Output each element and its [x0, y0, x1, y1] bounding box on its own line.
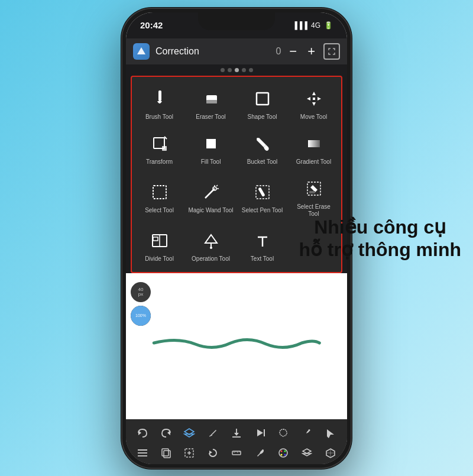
tool-move[interactable]: Move Tool: [289, 82, 339, 125]
svg-rect-29: [153, 237, 158, 241]
tool-gradient[interactable]: Gradient Tool: [289, 127, 339, 170]
rotate-button[interactable]: [203, 445, 222, 461]
shape-icon: [251, 88, 274, 110]
bottom-bar: [126, 419, 347, 464]
expand-button[interactable]: [323, 43, 340, 60]
operation-label: Operation Tool: [192, 255, 230, 263]
eraser-label: Eraser Tool: [196, 114, 225, 121]
text-icon: [251, 229, 274, 252]
tool-brush[interactable]: Brush Tool: [134, 82, 184, 125]
svg-rect-9: [313, 98, 315, 100]
select-pen-icon: [251, 181, 274, 203]
svg-marker-7: [307, 97, 310, 101]
svg-marker-67: [303, 454, 311, 456]
svg-marker-43: [257, 429, 263, 436]
svg-point-45: [309, 429, 310, 431]
svg-rect-26: [309, 191, 315, 193]
svg-rect-23: [258, 187, 265, 196]
ruler-button[interactable]: [227, 445, 246, 461]
select-all-button[interactable]: [180, 445, 199, 461]
opacity-button[interactable]: 100%: [131, 306, 151, 326]
palette-button[interactable]: [274, 445, 293, 461]
layer-active-button[interactable]: [180, 425, 199, 441]
gradient-icon: [303, 132, 325, 155]
svg-marker-30: [205, 235, 217, 243]
svg-marker-41: [234, 433, 239, 436]
right-text-line1: Nhiều công cụ: [299, 215, 461, 238]
status-bar: 20:42 ▐▐▐ 4G 🔋: [126, 12, 347, 38]
svg-point-62: [281, 450, 283, 452]
tool-eraser[interactable]: Eraser Tool: [186, 82, 236, 125]
brush-label: Brush Tool: [145, 114, 173, 121]
svg-point-60: [262, 449, 264, 451]
operation-icon: [200, 229, 222, 252]
dot-5: [249, 68, 253, 72]
svg-rect-50: [162, 449, 169, 456]
tool-divide[interactable]: Divide Tool: [134, 224, 184, 267]
svg-marker-36: [167, 430, 170, 435]
text-label: Text Tool: [251, 255, 274, 263]
status-time: 20:42: [140, 20, 163, 30]
svg-rect-16: [153, 186, 166, 199]
pen-button[interactable]: [203, 425, 222, 441]
dot-4: [242, 68, 246, 72]
right-text: Nhiều công cụ hỗ trợ thông minh: [299, 215, 461, 261]
select-pen-label: Select Pen Tool: [242, 207, 283, 214]
svg-marker-6: [312, 102, 316, 106]
svg-rect-4: [257, 93, 268, 105]
pen2-button[interactable]: [297, 425, 316, 441]
menu-button[interactable]: [133, 445, 152, 461]
undo-button[interactable]: [133, 425, 152, 441]
lasso-button[interactable]: [274, 425, 293, 441]
tool-magic-wand[interactable]: Magic Wand Tool: [186, 171, 236, 222]
tool-select-pen[interactable]: Select Pen Tool: [237, 171, 287, 222]
copy-button[interactable]: [157, 445, 176, 461]
plus-button[interactable]: +: [305, 44, 318, 59]
eyedropper-button[interactable]: [251, 445, 270, 461]
status-icons: ▐▐▐ 4G 🔋: [292, 21, 333, 30]
svg-marker-0: [137, 47, 145, 54]
tool-transform[interactable]: Transform: [134, 127, 184, 170]
arrow-button[interactable]: [321, 425, 340, 441]
redo-button[interactable]: [157, 425, 176, 441]
brush-stroke: [137, 331, 336, 355]
tool-bucket[interactable]: Bucket Tool: [237, 127, 287, 170]
tool-select-erase[interactable]: Select Erase Tool: [289, 171, 339, 222]
svg-marker-35: [138, 430, 141, 435]
transform-label: Transform: [146, 158, 173, 166]
svg-marker-8: [318, 97, 321, 101]
brush-icon: [148, 88, 171, 110]
svg-rect-13: [206, 139, 216, 148]
tool-shape[interactable]: Shape Tool: [237, 82, 287, 125]
svg-rect-49: [164, 451, 170, 458]
layers-button[interactable]: [297, 445, 316, 461]
3d-button[interactable]: [321, 445, 340, 461]
minus-button[interactable]: −: [287, 44, 299, 59]
tool-fill[interactable]: Fill Tool: [186, 127, 236, 170]
svg-rect-11: [162, 146, 167, 151]
transform-icon: [148, 132, 171, 155]
divide-icon: [148, 229, 171, 252]
canvas-area[interactable]: 40px 100%: [126, 273, 347, 419]
tool-operation[interactable]: Operation Tool: [186, 224, 236, 267]
svg-rect-15: [308, 140, 320, 147]
page-dots: [126, 64, 347, 76]
download-button[interactable]: [227, 425, 246, 441]
svg-point-63: [284, 450, 286, 452]
bucket-icon: [251, 132, 274, 155]
top-bar-title: Correction: [155, 46, 270, 57]
play-button[interactable]: [251, 425, 270, 441]
opacity-label: 100%: [135, 313, 146, 318]
move-icon: [303, 88, 325, 110]
layer-number: 0: [276, 46, 281, 57]
size-label: 40px: [138, 287, 144, 297]
svg-point-65: [281, 454, 283, 455]
svg-point-32: [210, 247, 212, 249]
notch: [198, 12, 275, 30]
svg-rect-3: [206, 100, 217, 103]
size-button[interactable]: 40px: [131, 282, 151, 302]
fill-icon: [200, 132, 222, 155]
tool-text[interactable]: Text Tool: [237, 224, 287, 267]
tool-select[interactable]: Select Tool: [134, 171, 184, 222]
shape-label: Shape Tool: [248, 114, 277, 121]
